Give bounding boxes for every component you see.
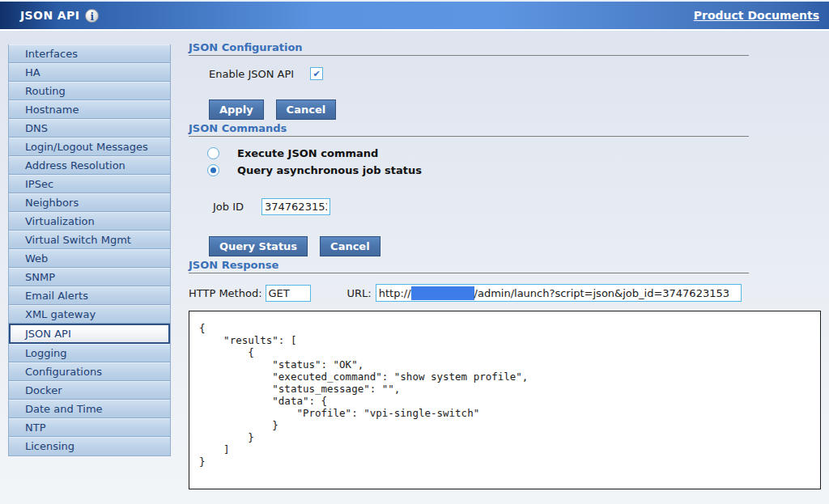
url-suffix-text: /admin/launch?script=json&job_id=3747623…: [474, 287, 729, 299]
sidebar-item-routing[interactable]: Routing: [9, 82, 170, 100]
json-configuration-title: JSON Configuration: [189, 41, 821, 53]
radio-unselected-icon[interactable]: [207, 147, 219, 159]
sidebar-item-web[interactable]: Web: [9, 249, 170, 268]
http-method-input[interactable]: [266, 285, 311, 302]
apply-button[interactable]: Apply: [209, 100, 264, 120]
sidebar-item-label: Hostname: [25, 104, 79, 116]
sidebar-item-label: Neighbors: [25, 197, 79, 209]
sidebar-item-ntp[interactable]: NTP: [9, 418, 170, 437]
json-commands-title: JSON Commands: [189, 122, 821, 134]
sidebar-item-label: IPSec: [25, 178, 53, 190]
sidebar-item-ipsec[interactable]: IPSec: [9, 175, 170, 193]
sidebar-item-label: SNMP: [25, 271, 55, 283]
sidebar-item-login-logout-messages[interactable]: Login/Logout Messages: [9, 138, 170, 156]
enable-json-api-row: Enable JSON API: [209, 66, 821, 81]
redacted-host-block: [411, 286, 474, 300]
job-id-label: Job ID: [213, 201, 261, 213]
sidebar-item-email-alerts[interactable]: Email Alerts: [9, 286, 170, 305]
sidebar-item-label: XML gateway: [25, 308, 96, 320]
sidebar-item-json-api[interactable]: JSON API: [9, 324, 170, 344]
url-input[interactable]: http:// /admin/launch?script=json&job_id…: [376, 284, 742, 302]
json-response-title: JSON Response: [189, 259, 821, 271]
section-divider: [189, 273, 749, 273]
sidebar-item-virtualization[interactable]: Virtualization: [9, 212, 170, 231]
config-cancel-button[interactable]: Cancel: [276, 100, 337, 120]
sidebar-item-xml-gateway[interactable]: XML gateway: [9, 305, 170, 324]
top-bar: JSON API Product Documents: [0, 0, 829, 31]
json-response-text: { "results": [ { "status": "OK", "execut…: [199, 322, 810, 468]
sidebar-item-label: Licensing: [25, 440, 74, 452]
sidebar-item-label: Email Alerts: [25, 290, 88, 302]
sidebar-item-label: Logging: [25, 347, 67, 359]
sidebar-item-label: Address Resolution: [25, 159, 125, 172]
sidebar-item-label: Interfaces: [25, 48, 78, 60]
section-divider: [189, 55, 749, 56]
sidebar-item-label: Virtual Switch Mgmt: [25, 234, 131, 246]
job-id-input[interactable]: [261, 198, 330, 215]
commands-cancel-button[interactable]: Cancel: [320, 236, 380, 256]
config-buttons: Apply Cancel: [209, 100, 821, 120]
sidebar-item-hostname[interactable]: Hostname: [9, 100, 170, 119]
sidebar-item-label: Date and Time: [25, 403, 103, 415]
enable-json-api-label: Enable JSON API: [209, 68, 294, 80]
query-async-job-status-label: Query asynchronous job status: [237, 164, 422, 176]
sidebar-item-label: NTP: [25, 421, 46, 434]
query-async-job-status-option[interactable]: Query asynchronous job status: [207, 163, 821, 177]
command-radio-group: Execute JSON command Query asynchronous …: [207, 146, 821, 177]
sidebar-item-ha[interactable]: HA: [9, 63, 170, 82]
execute-json-command-option[interactable]: Execute JSON command: [207, 146, 821, 160]
sidebar-item-logging[interactable]: Logging: [9, 344, 170, 362]
sidebar-item-label: Login/Logout Messages: [25, 141, 148, 153]
sidebar-item-label: HA: [25, 66, 40, 78]
main-content: JSON Configuration Enable JSON API Apply…: [189, 39, 821, 489]
execute-json-command-label: Execute JSON command: [237, 147, 378, 159]
commands-buttons: Query Status Cancel: [209, 236, 821, 256]
url-prefix-text: http://: [379, 287, 411, 299]
sidebar-item-date-and-time[interactable]: Date and Time: [9, 400, 170, 418]
sidebar: InterfacesHARoutingHostnameDNSLogin/Logo…: [8, 44, 171, 456]
sidebar-item-dns[interactable]: DNS: [9, 119, 170, 138]
query-status-button[interactable]: Query Status: [209, 236, 308, 256]
sidebar-item-label: Virtualization: [25, 215, 95, 227]
radio-selected-icon[interactable]: [207, 164, 219, 176]
job-id-row: Job ID: [213, 197, 821, 215]
json-response-output[interactable]: { "results": [ { "status": "OK", "execut…: [189, 311, 821, 489]
sidebar-item-label: DNS: [25, 122, 48, 134]
page-title: JSON API: [20, 9, 79, 22]
http-method-row: HTTP Method: URL: http:// /admin/launch?…: [189, 284, 821, 302]
info-icon[interactable]: [85, 9, 99, 23]
sidebar-item-interfaces[interactable]: Interfaces: [9, 44, 170, 63]
sidebar-item-label: Configurations: [25, 366, 102, 378]
http-method-label: HTTP Method:: [189, 287, 262, 299]
sidebar-item-label: Docker: [25, 384, 62, 396]
section-divider: [189, 136, 749, 137]
product-documents-link[interactable]: Product Documents: [694, 9, 819, 22]
enable-json-api-checkbox[interactable]: [310, 67, 323, 80]
sidebar-item-neighbors[interactable]: Neighbors: [9, 193, 170, 212]
sidebar-item-virtual-switch-mgmt[interactable]: Virtual Switch Mgmt: [9, 231, 170, 249]
sidebar-item-docker[interactable]: Docker: [9, 381, 170, 400]
url-label: URL:: [347, 287, 372, 299]
sidebar-item-licensing[interactable]: Licensing: [9, 437, 170, 455]
sidebar-item-address-resolution[interactable]: Address Resolution: [9, 156, 170, 175]
sidebar-item-snmp[interactable]: SNMP: [9, 268, 170, 286]
sidebar-item-label: JSON API: [25, 328, 71, 340]
sidebar-item-label: Web: [25, 252, 48, 265]
sidebar-item-configurations[interactable]: Configurations: [9, 362, 170, 381]
sidebar-item-label: Routing: [25, 85, 66, 97]
